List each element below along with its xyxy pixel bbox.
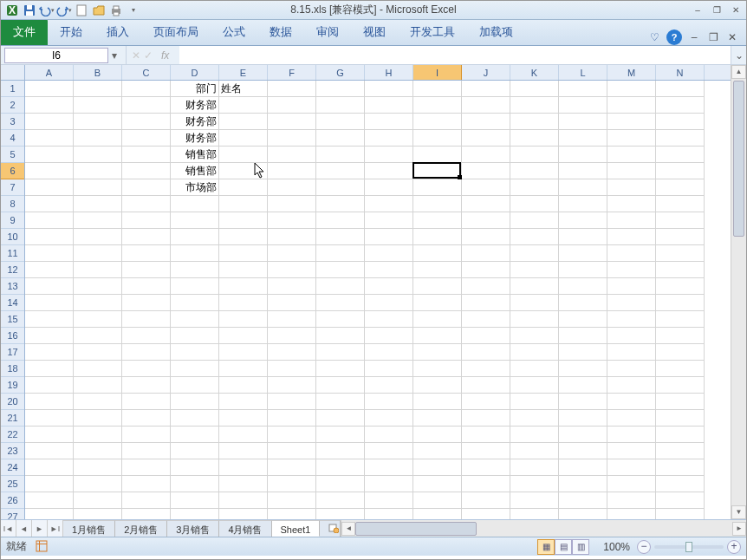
cell[interactable]	[171, 410, 219, 427]
cell[interactable]	[74, 328, 122, 344]
cell[interactable]	[365, 97, 413, 114]
cell[interactable]	[316, 344, 365, 361]
cell[interactable]	[413, 97, 462, 114]
cell[interactable]	[559, 509, 607, 519]
row-header[interactable]: 17	[1, 344, 24, 361]
cell[interactable]	[171, 476, 219, 492]
cell[interactable]	[607, 229, 656, 245]
restore-button[interactable]: ❐	[710, 4, 724, 16]
cell[interactable]	[462, 262, 510, 278]
cell[interactable]	[316, 492, 365, 509]
sheet-tab[interactable]: Sheet1	[272, 520, 321, 537]
row-header[interactable]: 20	[1, 394, 24, 410]
cell[interactable]	[656, 212, 705, 229]
cell[interactable]	[122, 114, 171, 130]
cell[interactable]	[25, 459, 74, 476]
cell[interactable]	[510, 394, 559, 410]
cell[interactable]	[25, 410, 74, 427]
cell[interactable]	[510, 114, 559, 130]
cell[interactable]	[219, 97, 268, 114]
cell[interactable]	[171, 295, 219, 311]
insert-sheet-button[interactable]	[320, 520, 341, 537]
cell[interactable]	[25, 328, 74, 344]
cell[interactable]	[607, 179, 656, 196]
cell[interactable]	[25, 262, 74, 278]
cell[interactable]	[413, 377, 462, 394]
cell[interactable]	[74, 97, 122, 114]
vertical-scrollbar[interactable]: ▲ ▼	[731, 65, 746, 519]
scroll-right-icon[interactable]: ►	[732, 522, 746, 536]
cell[interactable]	[219, 328, 268, 344]
cell[interactable]	[268, 443, 316, 459]
cell[interactable]	[122, 245, 171, 262]
cell[interactable]	[316, 196, 365, 212]
cell[interactable]	[268, 427, 316, 443]
ribbon-tab[interactable]: 审阅	[304, 19, 351, 45]
cell[interactable]	[122, 130, 171, 147]
cell[interactable]	[656, 295, 705, 311]
cell[interactable]	[268, 328, 316, 344]
hscroll-thumb[interactable]	[355, 522, 477, 536]
cell[interactable]	[74, 377, 122, 394]
cell[interactable]	[559, 492, 607, 509]
row-header[interactable]: 4	[1, 130, 24, 147]
column-header[interactable]: B	[74, 65, 122, 80]
cell[interactable]	[607, 328, 656, 344]
cell[interactable]	[25, 81, 74, 97]
cell[interactable]	[365, 492, 413, 509]
cell[interactable]	[559, 163, 607, 179]
cell[interactable]	[462, 147, 510, 163]
cell[interactable]	[122, 476, 171, 492]
cell[interactable]	[171, 344, 219, 361]
cell[interactable]	[316, 427, 365, 443]
cell[interactable]	[219, 361, 268, 377]
cell[interactable]	[316, 163, 365, 179]
cell[interactable]	[268, 229, 316, 245]
cell[interactable]	[462, 196, 510, 212]
cell[interactable]	[25, 114, 74, 130]
minimize-button[interactable]: –	[691, 4, 705, 16]
cell[interactable]	[25, 147, 74, 163]
cell[interactable]	[219, 509, 268, 519]
cell[interactable]	[510, 377, 559, 394]
cell[interactable]	[510, 196, 559, 212]
sheet-nav-prev-icon[interactable]: ◄	[16, 520, 32, 537]
cell[interactable]	[462, 443, 510, 459]
cell[interactable]	[122, 328, 171, 344]
cell[interactable]	[559, 377, 607, 394]
cell[interactable]	[316, 278, 365, 295]
cell[interactable]	[462, 81, 510, 97]
cell[interactable]	[365, 114, 413, 130]
cell[interactable]	[365, 443, 413, 459]
cell[interactable]	[462, 114, 510, 130]
cell[interactable]	[268, 262, 316, 278]
cell[interactable]	[510, 278, 559, 295]
doc-restore-button[interactable]: ❐	[706, 31, 720, 43]
cell[interactable]	[607, 361, 656, 377]
row-header[interactable]: 2	[1, 97, 24, 114]
cell[interactable]	[219, 196, 268, 212]
cell[interactable]	[25, 97, 74, 114]
cell[interactable]	[316, 130, 365, 147]
cell[interactable]	[365, 130, 413, 147]
cell[interactable]	[268, 81, 316, 97]
doc-minimize-button[interactable]: –	[687, 31, 701, 43]
cell[interactable]	[268, 361, 316, 377]
cell[interactable]	[607, 410, 656, 427]
cell[interactable]	[219, 311, 268, 328]
cell[interactable]	[607, 427, 656, 443]
cell[interactable]	[413, 509, 462, 519]
cell[interactable]	[413, 212, 462, 229]
cell[interactable]	[316, 245, 365, 262]
cell[interactable]	[74, 229, 122, 245]
cell[interactable]	[559, 427, 607, 443]
cell[interactable]	[510, 509, 559, 519]
cell[interactable]	[413, 492, 462, 509]
cell[interactable]	[607, 97, 656, 114]
cell[interactable]	[607, 163, 656, 179]
cell[interactable]	[171, 492, 219, 509]
cell[interactable]	[74, 278, 122, 295]
cell[interactable]	[656, 262, 705, 278]
cell[interactable]	[316, 147, 365, 163]
cell[interactable]: 财务部	[171, 97, 219, 114]
